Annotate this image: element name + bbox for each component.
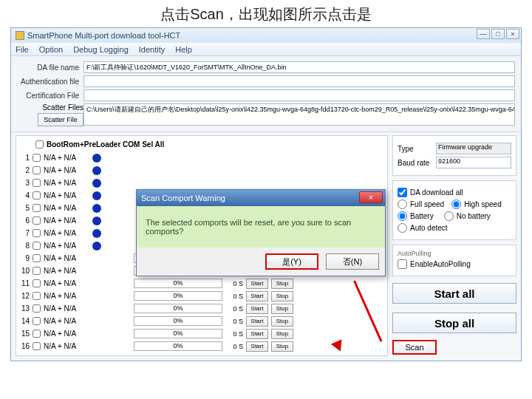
scan-warning-dialog: Scan Comport Warning × The selected comp… [136,189,386,276]
port-start-button[interactable]: Start [246,329,268,339]
type-select[interactable]: Firmware upgrade [436,143,511,154]
enable-autopolling-label: EnableAutoPolling [410,260,471,268]
file-area: DA file name F:\新工具待验证\1620\MDT_V1620_Fo… [11,56,521,132]
port-start-button[interactable]: Start [246,316,268,327]
seconds-label: 0 S [225,330,243,338]
port-checkbox[interactable] [33,242,41,250]
port-checkbox[interactable] [33,330,41,338]
dialog-close-button[interactable]: × [359,191,383,203]
autodetect-label: Auto detect [410,224,448,232]
port-row: 2N/A + N/A [19,164,384,177]
port-number: 6 [19,216,30,225]
port-value: N/A + N/A [44,317,88,325]
full-speed-radio[interactable] [398,200,407,209]
da-all-label: DA download all [410,188,463,197]
type-label: Type [398,145,433,153]
nobattery-radio[interactable] [444,211,454,221]
port-row: 16N/A + N/A0%0 SStartStop [19,340,384,352]
auth-input[interactable] [83,75,515,87]
menu-file[interactable]: File [16,45,29,54]
seconds-label: 0 S [225,293,243,300]
status-dot-icon [92,242,101,250]
port-checkbox[interactable] [33,342,41,350]
status-dot-icon [92,191,101,200]
baud-select[interactable]: 921600 [436,157,511,168]
start-all-button[interactable]: Start all [392,283,516,304]
dl-group: DA download all Full speed High speed Ba… [392,180,516,240]
progress-bar: 0% [134,291,222,301]
da-all-checkbox[interactable] [398,188,407,197]
port-checkbox[interactable] [33,304,41,313]
autopulling-group: AutoPulling EnableAutoPolling [392,245,516,276]
status-dot-icon [92,216,101,225]
port-checkbox[interactable] [33,292,41,300]
port-value: N/A + N/A [44,204,88,212]
port-start-button[interactable]: Start [246,291,268,301]
menu-option[interactable]: Option [39,45,63,54]
port-stop-button[interactable]: Stop [271,291,293,301]
port-number: 8 [19,242,30,250]
scan-button[interactable]: Scan [392,340,437,355]
dialog-body: The selected comports will be reset, are… [137,206,385,248]
scatter-file-button[interactable]: Scatter File [38,113,83,126]
port-checkbox[interactable] [33,229,41,237]
port-value: N/A + N/A [44,191,88,200]
minimize-button[interactable]: — [477,29,490,39]
port-checkbox[interactable] [33,279,41,287]
port-checkbox[interactable] [33,179,41,187]
port-value: N/A + N/A [44,154,88,162]
titlebar: SmartPhone Multi-port download tool-HCT … [11,28,521,43]
port-checkbox[interactable] [33,216,41,225]
port-stop-button[interactable]: Stop [271,279,293,289]
port-start-button[interactable]: Start [246,304,268,314]
port-value: N/A + N/A [44,179,88,187]
port-number: 12 [19,292,30,300]
dialog-titlebar: Scan Comport Warning × [137,190,385,206]
dialog-title: Scan Comport Warning [141,194,225,202]
scatter-input[interactable]: C:\Users\请新建自己的用户名\Desktop\data\l25y-oni… [83,103,515,126]
stop-all-button[interactable]: Stop all [392,313,516,333]
da-input[interactable]: F:\新工具待验证\1620\MDT_V1620_ForSMT\MTK_AllI… [83,61,515,73]
scatter-caption: Scatter Files Scatter File [17,103,83,126]
status-dot-icon [92,204,101,213]
cert-input[interactable] [83,89,515,101]
nobattery-label: No battery [457,212,491,220]
full-speed-label: Full speed [410,200,444,208]
port-checkbox[interactable] [33,166,41,174]
enable-autopolling-checkbox[interactable] [398,259,407,269]
autodetect-radio[interactable] [398,223,407,233]
app-icon [16,31,24,40]
port-checkbox[interactable] [33,154,41,162]
menu-debug[interactable]: Debug Logging [73,45,129,54]
seconds-label: 0 S [225,318,243,325]
dialog-no-button[interactable]: 否(N) [326,253,379,270]
port-start-button[interactable]: Start [246,341,268,352]
battery-radio[interactable] [398,211,407,221]
port-row: 14N/A + N/A0%0 SStartStop [19,315,384,327]
close-button[interactable]: × [506,29,519,39]
menu-identity[interactable]: Identity [139,45,165,54]
port-value: N/A + N/A [44,242,88,250]
select-all-checkbox[interactable] [35,140,44,149]
seconds-label: 0 S [225,280,243,287]
high-speed-label: High speed [464,200,502,208]
port-checkbox[interactable] [33,267,41,275]
maximize-button[interactable]: □ [491,29,505,39]
high-speed-radio[interactable] [451,200,461,209]
port-checkbox[interactable] [33,204,41,212]
status-dot-icon [92,166,101,175]
menu-help[interactable]: Help [175,45,192,54]
port-start-button[interactable]: Start [246,279,268,289]
progress-bar: 0% [134,304,222,313]
port-checkbox[interactable] [33,254,41,262]
port-value: N/A + N/A [44,330,88,338]
port-row: 3N/A + N/A [19,177,384,189]
port-checkbox[interactable] [33,191,41,200]
port-stop-button[interactable]: Stop [271,341,293,352]
port-stop-button[interactable]: Stop [271,329,293,339]
select-all-label: BootRom+PreLoader COM Sel All [47,140,164,149]
port-stop-button[interactable]: Stop [271,316,293,327]
dialog-yes-button[interactable]: 是(Y) [265,253,318,270]
port-stop-button[interactable]: Stop [271,304,293,314]
port-checkbox[interactable] [33,317,41,325]
